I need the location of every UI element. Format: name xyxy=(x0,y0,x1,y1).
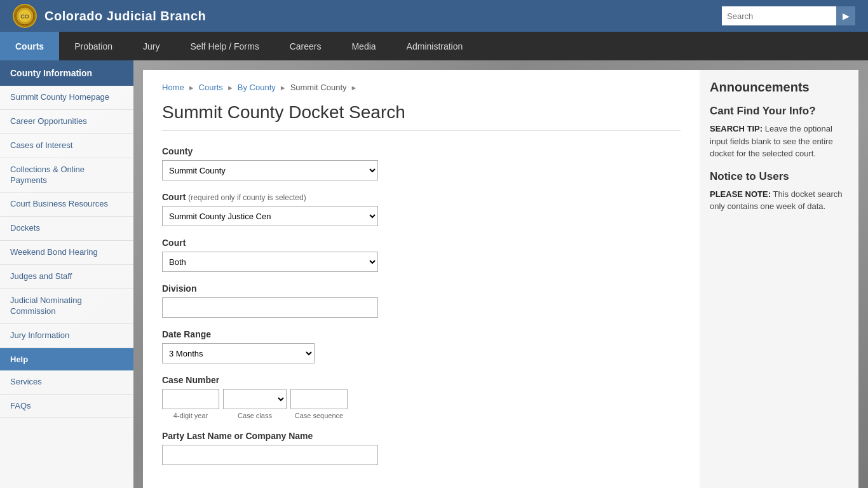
search-input[interactable] xyxy=(722,6,836,25)
sidebar-item-faqs[interactable]: FAQs xyxy=(0,395,133,419)
sidebar-item-weekend-bond[interactable]: Weekend Bond Hearing xyxy=(0,241,133,265)
nav-administration[interactable]: Administration xyxy=(391,32,478,60)
case-class-label: Case class xyxy=(238,412,272,419)
nav-jury[interactable]: Jury xyxy=(128,32,175,60)
sidebar-item-career[interactable]: Career Opportunities xyxy=(0,110,133,134)
case-seq-label: Case sequence xyxy=(295,412,343,419)
sidebar-item-summit-homepage[interactable]: Summit County Homepage xyxy=(0,86,133,110)
party-name-label: Party Last Name or Company Name xyxy=(162,431,681,441)
nav-probation[interactable]: Probation xyxy=(59,32,128,60)
sidebar-item-cases[interactable]: Cases of Interest xyxy=(0,134,133,158)
case-class-select[interactable] xyxy=(223,389,287,409)
sidebar-item-services[interactable]: Services xyxy=(0,370,133,395)
case-number-row: 4-digit year Case class Case sequence xyxy=(162,389,681,419)
svg-text:CO: CO xyxy=(20,13,29,20)
nav-careers[interactable]: Careers xyxy=(275,32,337,60)
case-class-col: Case class xyxy=(223,389,287,419)
search-area: ▶ xyxy=(722,6,855,25)
case-year-col: 4-digit year xyxy=(162,389,219,419)
sidebar-help-header: Help xyxy=(0,348,133,370)
court-select[interactable]: Both Criminal Civil xyxy=(162,252,378,272)
division-label: Division xyxy=(162,283,681,294)
case-number-group: Case Number 4-digit year Case class xyxy=(162,375,681,419)
breadcrumb-home[interactable]: Home xyxy=(162,83,184,92)
sidebar-item-jury-info[interactable]: Jury Information xyxy=(0,324,133,348)
court-required-group: Court (required only if county is select… xyxy=(162,192,681,226)
breadcrumb-arrow-3: ► xyxy=(280,84,287,92)
sidebar-item-judges[interactable]: Judges and Staff xyxy=(0,265,133,289)
case-seq-col: Case sequence xyxy=(290,389,348,419)
sidebar-header: County Information xyxy=(0,60,133,86)
search-tip-text: SEARCH TIP: Leave the optional input fie… xyxy=(710,123,848,160)
court-group: Court Both Criminal Civil xyxy=(162,238,681,272)
court-required-select[interactable]: Summit County Justice Cen xyxy=(162,206,378,226)
date-range-select[interactable]: 1 Month 2 Months 3 Months 6 Months 1 Yea… xyxy=(162,343,315,363)
party-name-input[interactable] xyxy=(162,445,378,465)
county-select[interactable]: Summit County xyxy=(162,160,378,180)
sidebar: County Information Summit County Homepag… xyxy=(0,60,133,488)
division-group: Division xyxy=(162,283,681,318)
main-content: Home ► Courts ► By County ► Summit Count… xyxy=(143,70,700,488)
breadcrumb-arrow-2: ► xyxy=(227,84,234,92)
breadcrumb-by-county[interactable]: By County xyxy=(238,83,276,92)
court-required-note: (required only if county is selected) xyxy=(188,193,306,202)
search-button[interactable]: ▶ xyxy=(836,6,855,25)
date-range-group: Date Range 1 Month 2 Months 3 Months 6 M… xyxy=(162,329,681,363)
cant-find-title: Cant Find Your Info? xyxy=(710,105,848,118)
date-range-label: Date Range xyxy=(162,329,681,339)
please-note-text: PLEASE NOTE: This docket search only con… xyxy=(710,188,848,213)
court-required-label: Court (required only if county is select… xyxy=(162,192,681,202)
case-year-label: 4-digit year xyxy=(173,412,208,419)
nav-media[interactable]: Media xyxy=(336,32,391,60)
division-input[interactable] xyxy=(162,297,378,318)
court-label: Court xyxy=(162,238,681,248)
county-label: County xyxy=(162,146,681,156)
logo-area: CO Colorado Judicial Branch xyxy=(13,4,206,28)
content-wrapper: Home ► Courts ► By County ► Summit Count… xyxy=(133,60,868,488)
main-nav: Courts Probation Jury Self Help / Forms … xyxy=(0,32,868,60)
sidebar-item-judicial-nominating[interactable]: Judicial Nominating Commission xyxy=(0,289,133,324)
breadcrumb-courts[interactable]: Courts xyxy=(199,83,223,92)
breadcrumb: Home ► Courts ► By County ► Summit Count… xyxy=(162,83,681,92)
announcements-title: Announcements xyxy=(710,80,848,95)
logo-icon: CO xyxy=(13,4,37,28)
party-name-group: Party Last Name or Company Name xyxy=(162,431,681,465)
nav-selfhelp[interactable]: Self Help / Forms xyxy=(175,32,275,60)
top-header: CO Colorado Judicial Branch ▶ xyxy=(0,0,868,32)
notice-title: Notice to Users xyxy=(710,170,848,183)
search-tip-label: SEARCH TIP: xyxy=(710,124,763,133)
case-number-label: Case Number xyxy=(162,375,681,385)
page-title: Summit County Docket Search xyxy=(162,102,681,131)
breadcrumb-arrow-4: ► xyxy=(351,84,358,92)
nav-courts[interactable]: Courts xyxy=(0,32,59,60)
sidebar-item-dockets[interactable]: Dockets xyxy=(0,217,133,241)
sidebar-item-court-business[interactable]: Court Business Resources xyxy=(0,193,133,217)
breadcrumb-arrow-1: ► xyxy=(188,84,195,92)
page-body: County Information Summit County Homepag… xyxy=(0,60,868,488)
county-group: County Summit County xyxy=(162,146,681,180)
case-year-input[interactable] xyxy=(162,389,219,409)
breadcrumb-current: Summit County xyxy=(290,83,347,92)
case-seq-input[interactable] xyxy=(290,389,348,409)
site-title: Colorado Judicial Branch xyxy=(44,9,206,24)
please-note-label: PLEASE NOTE: xyxy=(710,189,771,199)
sidebar-item-collections[interactable]: Collections & Online Payments xyxy=(0,158,133,193)
right-panel: Announcements Cant Find Your Info? SEARC… xyxy=(700,70,858,488)
